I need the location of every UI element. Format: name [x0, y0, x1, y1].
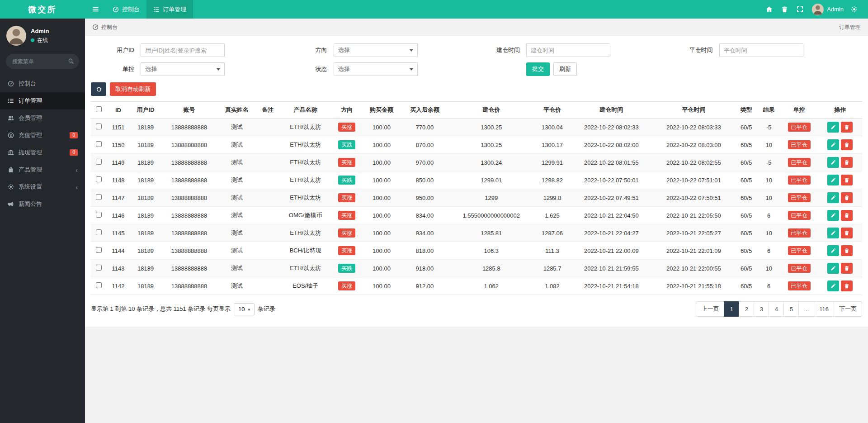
home-button[interactable] [761, 0, 777, 19]
cell-remark [256, 154, 279, 171]
cell-amount: 100.00 [362, 119, 401, 136]
page-size-dropdown[interactable]: 10 ▴ [234, 303, 255, 315]
dashboard-icon [7, 81, 14, 87]
row-checkbox[interactable] [96, 212, 102, 218]
row-checkbox[interactable] [96, 265, 102, 271]
row-checkbox[interactable] [96, 194, 102, 200]
cell-product: ETH/以太坊 [279, 119, 332, 136]
submit-button[interactable]: 提交 [526, 62, 550, 76]
cancel-auto-refresh-button[interactable]: 取消自动刷新 [110, 82, 156, 96]
page-button[interactable]: 5 [783, 301, 799, 317]
sidebar-profile: Admin 在线 [0, 19, 85, 50]
cell-amount: 100.00 [362, 260, 401, 277]
delete-button[interactable] [841, 139, 853, 150]
direction-select[interactable]: 选择 [334, 43, 418, 57]
delete-button[interactable] [841, 122, 853, 133]
cell-result: 6 [758, 242, 780, 260]
sidebar-item-recharge[interactable]: 充值管理0 [0, 127, 85, 144]
list-icon [153, 6, 160, 13]
refresh-button[interactable]: 刷新 [553, 62, 577, 76]
cell-result: 10 [758, 189, 780, 207]
row-checkbox[interactable] [96, 176, 102, 182]
admin-username[interactable]: Admin [827, 6, 844, 13]
delete-button[interactable] [841, 280, 853, 291]
avatar[interactable] [812, 4, 824, 15]
row-checkbox[interactable] [96, 124, 102, 129]
cell-balance-after: 950.00 [401, 189, 448, 207]
edit-button[interactable] [827, 245, 839, 256]
search-icon[interactable] [68, 58, 74, 64]
cell-control: 已平仓 [780, 242, 818, 260]
sidebar-item-settings[interactable]: 系统设置‹ [0, 178, 85, 195]
row-checkbox[interactable] [96, 247, 102, 253]
fullscreen-button[interactable] [792, 0, 807, 19]
clear-cache-button[interactable] [777, 0, 792, 19]
edit-button[interactable] [827, 228, 839, 238]
delete-button[interactable] [841, 157, 853, 168]
sidebar-item-orders[interactable]: 订单管理 [0, 92, 85, 109]
edit-button[interactable] [827, 280, 839, 291]
cell-close-time: 2022-10-22 08:03:00 [652, 136, 735, 154]
cell-amount: 100.00 [362, 171, 401, 189]
count-badge: 0 [70, 132, 78, 138]
row-checkbox[interactable] [96, 159, 102, 165]
page-button[interactable]: 2 [739, 301, 754, 317]
cell-id: 1143 [106, 260, 130, 277]
edit-button[interactable] [827, 263, 839, 274]
cell-balance-after: 912.00 [401, 277, 448, 295]
status-select[interactable]: 选择 [334, 62, 418, 76]
edit-button[interactable] [827, 157, 839, 168]
page-button[interactable]: 1 [724, 301, 739, 317]
edit-button[interactable] [827, 139, 839, 150]
cell-id: 1147 [106, 189, 130, 207]
edit-button[interactable] [827, 175, 839, 185]
direction-badge: 买涨 [338, 228, 355, 238]
topnav-tab-dashboard[interactable]: 控制台 [106, 0, 146, 19]
row-checkbox[interactable] [96, 229, 102, 235]
table-row: 11461818913888888888测试OMG/嫩模币买涨100.00834… [91, 207, 862, 224]
cell-account: 13888888888 [161, 189, 217, 207]
sidebar-item-products[interactable]: 产品管理‹ [0, 161, 85, 178]
page-button[interactable]: 4 [769, 301, 784, 317]
delete-button[interactable] [841, 245, 853, 256]
sidebar-item-dashboard[interactable]: 控制台 [0, 75, 85, 92]
page-button[interactable]: ... [798, 301, 814, 317]
delete-button[interactable] [841, 175, 853, 185]
hamburger-menu-button[interactable] [85, 0, 106, 19]
cell-id: 1150 [106, 136, 130, 154]
delete-button[interactable] [841, 210, 853, 221]
cell-control: 已平仓 [780, 189, 818, 207]
settings-button[interactable] [846, 0, 862, 19]
prev-page-button[interactable]: 上一页 [696, 301, 724, 317]
edit-button[interactable] [827, 122, 839, 133]
delete-button[interactable] [841, 263, 853, 274]
column-header: 结果 [758, 102, 780, 119]
close-time-input[interactable] [719, 43, 803, 57]
control-select[interactable]: 选择 [141, 62, 225, 76]
reload-table-button[interactable] [91, 82, 106, 96]
cell-actions [818, 207, 862, 224]
row-checkbox[interactable] [96, 141, 102, 147]
edit-button[interactable] [827, 210, 839, 221]
avatar[interactable] [6, 26, 26, 46]
sidebar-item-news[interactable]: 新闻公告 [0, 195, 85, 213]
topnav-tab-orders[interactable]: 订单管理 [146, 0, 193, 19]
control-status-badge: 已平仓 [788, 211, 811, 220]
page-button[interactable]: 116 [814, 301, 834, 317]
row-checkbox[interactable] [96, 282, 102, 288]
sidebar-item-members[interactable]: 会员管理 [0, 109, 85, 127]
page-button[interactable]: 3 [754, 301, 769, 317]
delete-button[interactable] [841, 192, 853, 203]
cell-close-price: 1299.91 [534, 154, 570, 171]
delete-button[interactable] [841, 228, 853, 238]
select-all-checkbox[interactable] [96, 106, 102, 112]
sidebar-item-withdraw[interactable]: 提现管理0 [0, 144, 85, 161]
cell-user-id: 18189 [130, 242, 161, 260]
cell-real-name: 测试 [217, 207, 256, 224]
open-time-input[interactable] [526, 43, 610, 57]
cell-direction: 买涨 [332, 277, 362, 295]
breadcrumb-item[interactable]: 控制台 [101, 24, 118, 31]
next-page-button[interactable]: 下一页 [834, 301, 862, 317]
user-id-input[interactable] [141, 43, 225, 57]
edit-button[interactable] [827, 192, 839, 203]
